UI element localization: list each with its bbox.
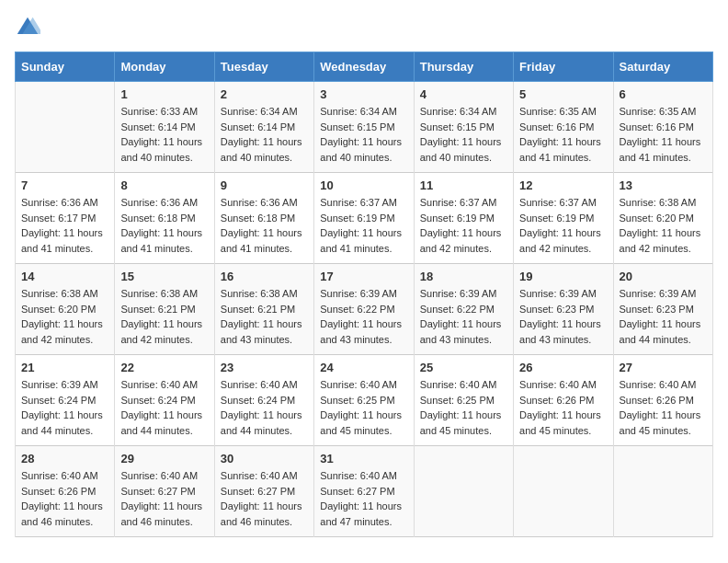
day-number: 9: [221, 178, 308, 192]
header-row: SundayMondayTuesdayWednesdayThursdayFrid…: [16, 52, 713, 82]
calendar-header: SundayMondayTuesdayWednesdayThursdayFrid…: [16, 52, 713, 82]
day-info: Sunrise: 6:36 AMSunset: 6:18 PMDaylight:…: [120, 195, 208, 256]
calendar-cell: 20Sunrise: 6:39 AMSunset: 6:23 PMDayligh…: [613, 264, 712, 355]
day-number: 25: [420, 361, 507, 374]
day-number: 30: [221, 452, 308, 465]
calendar-cell: 14Sunrise: 6:38 AMSunset: 6:20 PMDayligh…: [16, 264, 115, 355]
calendar-cell: 8Sunrise: 6:36 AMSunset: 6:18 PMDaylight…: [115, 173, 214, 264]
calendar-cell: 5Sunrise: 6:35 AMSunset: 6:16 PMDaylight…: [514, 82, 613, 173]
day-info: Sunrise: 6:39 AMSunset: 6:24 PMDaylight:…: [21, 377, 108, 438]
logo-icon: [15, 15, 40, 40]
day-number: 14: [21, 270, 108, 283]
calendar-cell: 19Sunrise: 6:39 AMSunset: 6:23 PMDayligh…: [514, 264, 613, 355]
day-number: 1: [120, 87, 208, 101]
day-info: Sunrise: 6:37 AMSunset: 6:19 PMDaylight:…: [420, 195, 507, 256]
day-info: Sunrise: 6:39 AMSunset: 6:22 PMDaylight:…: [420, 286, 507, 347]
calendar-cell: 11Sunrise: 6:37 AMSunset: 6:19 PMDayligh…: [414, 173, 513, 264]
day-number: 23: [221, 361, 308, 374]
calendar-table: SundayMondayTuesdayWednesdayThursdayFrid…: [15, 52, 713, 537]
day-info: Sunrise: 6:40 AMSunset: 6:25 PMDaylight:…: [420, 377, 507, 438]
calendar-cell: 3Sunrise: 6:34 AMSunset: 6:15 PMDaylight…: [314, 82, 414, 173]
day-info: Sunrise: 6:38 AMSunset: 6:20 PMDaylight:…: [620, 195, 707, 256]
logo: [15, 15, 44, 40]
day-info: Sunrise: 6:39 AMSunset: 6:23 PMDaylight:…: [519, 286, 607, 347]
calendar-cell: 9Sunrise: 6:36 AMSunset: 6:18 PMDaylight…: [214, 173, 313, 264]
calendar-cell: 6Sunrise: 6:35 AMSunset: 6:16 PMDaylight…: [613, 82, 712, 173]
day-number: 15: [120, 270, 208, 283]
day-number: 5: [519, 87, 607, 101]
day-number: 21: [21, 361, 108, 374]
day-number: 28: [21, 452, 108, 465]
day-number: 4: [420, 87, 507, 101]
calendar-cell: 16Sunrise: 6:38 AMSunset: 6:21 PMDayligh…: [214, 264, 313, 355]
calendar-cell: 31Sunrise: 6:40 AMSunset: 6:27 PMDayligh…: [314, 446, 414, 537]
day-number: 20: [620, 270, 707, 283]
calendar-cell: 1Sunrise: 6:33 AMSunset: 6:14 PMDaylight…: [115, 82, 214, 173]
calendar-body: 1Sunrise: 6:33 AMSunset: 6:14 PMDaylight…: [16, 82, 713, 537]
day-info: Sunrise: 6:38 AMSunset: 6:21 PMDaylight:…: [221, 286, 308, 347]
day-number: 29: [120, 452, 208, 465]
week-row-1: 1Sunrise: 6:33 AMSunset: 6:14 PMDaylight…: [16, 82, 713, 173]
day-number: 11: [420, 178, 507, 192]
calendar-cell: 12Sunrise: 6:37 AMSunset: 6:19 PMDayligh…: [514, 173, 613, 264]
day-number: 3: [320, 87, 407, 101]
calendar-cell: 15Sunrise: 6:38 AMSunset: 6:21 PMDayligh…: [115, 264, 214, 355]
calendar-cell: 18Sunrise: 6:39 AMSunset: 6:22 PMDayligh…: [414, 264, 513, 355]
day-number: 10: [320, 178, 407, 192]
day-number: 2: [221, 87, 308, 101]
calendar-cell: [514, 446, 613, 537]
day-info: Sunrise: 6:33 AMSunset: 6:14 PMDaylight:…: [120, 104, 208, 165]
day-info: Sunrise: 6:35 AMSunset: 6:16 PMDaylight:…: [519, 104, 607, 165]
calendar-cell: 13Sunrise: 6:38 AMSunset: 6:20 PMDayligh…: [613, 173, 712, 264]
calendar-cell: 10Sunrise: 6:37 AMSunset: 6:19 PMDayligh…: [314, 173, 414, 264]
day-info: Sunrise: 6:40 AMSunset: 6:25 PMDaylight:…: [320, 377, 407, 438]
day-info: Sunrise: 6:40 AMSunset: 6:24 PMDaylight:…: [120, 377, 208, 438]
calendar-cell: 2Sunrise: 6:34 AMSunset: 6:14 PMDaylight…: [214, 82, 313, 173]
day-number: 27: [620, 361, 707, 374]
day-number: 22: [120, 361, 208, 374]
day-number: 31: [320, 452, 407, 465]
day-info: Sunrise: 6:34 AMSunset: 6:15 PMDaylight:…: [420, 104, 507, 165]
day-info: Sunrise: 6:37 AMSunset: 6:19 PMDaylight:…: [320, 195, 407, 256]
day-info: Sunrise: 6:34 AMSunset: 6:15 PMDaylight:…: [320, 104, 407, 165]
day-info: Sunrise: 6:40 AMSunset: 6:24 PMDaylight:…: [221, 377, 308, 438]
header-wednesday: Wednesday: [314, 52, 414, 82]
day-number: 18: [420, 270, 507, 283]
calendar-cell: 22Sunrise: 6:40 AMSunset: 6:24 PMDayligh…: [115, 355, 214, 446]
day-number: 16: [221, 270, 308, 283]
calendar-cell: 17Sunrise: 6:39 AMSunset: 6:22 PMDayligh…: [314, 264, 414, 355]
week-row-3: 14Sunrise: 6:38 AMSunset: 6:20 PMDayligh…: [16, 264, 713, 355]
header-monday: Monday: [115, 52, 214, 82]
day-info: Sunrise: 6:38 AMSunset: 6:21 PMDaylight:…: [120, 286, 208, 347]
calendar-cell: 28Sunrise: 6:40 AMSunset: 6:26 PMDayligh…: [16, 446, 115, 537]
day-info: Sunrise: 6:40 AMSunset: 6:26 PMDaylight:…: [519, 377, 607, 438]
header-saturday: Saturday: [613, 52, 712, 82]
header-tuesday: Tuesday: [214, 52, 313, 82]
header-thursday: Thursday: [414, 52, 513, 82]
calendar-cell: [613, 446, 712, 537]
calendar-cell: 30Sunrise: 6:40 AMSunset: 6:27 PMDayligh…: [214, 446, 313, 537]
day-info: Sunrise: 6:36 AMSunset: 6:17 PMDaylight:…: [21, 195, 108, 256]
calendar-cell: 29Sunrise: 6:40 AMSunset: 6:27 PMDayligh…: [115, 446, 214, 537]
day-number: 17: [320, 270, 407, 283]
calendar-cell: 25Sunrise: 6:40 AMSunset: 6:25 PMDayligh…: [414, 355, 513, 446]
header-sunday: Sunday: [16, 52, 115, 82]
header-friday: Friday: [514, 52, 613, 82]
calendar-cell: 7Sunrise: 6:36 AMSunset: 6:17 PMDaylight…: [16, 173, 115, 264]
calendar-cell: 24Sunrise: 6:40 AMSunset: 6:25 PMDayligh…: [314, 355, 414, 446]
week-row-2: 7Sunrise: 6:36 AMSunset: 6:17 PMDaylight…: [16, 173, 713, 264]
day-info: Sunrise: 6:34 AMSunset: 6:14 PMDaylight:…: [221, 104, 308, 165]
day-number: 8: [120, 178, 208, 192]
day-info: Sunrise: 6:40 AMSunset: 6:26 PMDaylight:…: [620, 377, 707, 438]
calendar-cell: 21Sunrise: 6:39 AMSunset: 6:24 PMDayligh…: [16, 355, 115, 446]
day-number: 12: [519, 178, 607, 192]
calendar-cell: 27Sunrise: 6:40 AMSunset: 6:26 PMDayligh…: [613, 355, 712, 446]
week-row-4: 21Sunrise: 6:39 AMSunset: 6:24 PMDayligh…: [16, 355, 713, 446]
day-number: 7: [21, 178, 108, 192]
day-info: Sunrise: 6:40 AMSunset: 6:27 PMDaylight:…: [120, 468, 208, 529]
day-number: 19: [519, 270, 607, 283]
day-info: Sunrise: 6:36 AMSunset: 6:18 PMDaylight:…: [221, 195, 308, 256]
day-info: Sunrise: 6:40 AMSunset: 6:27 PMDaylight:…: [221, 468, 308, 529]
calendar-cell: 4Sunrise: 6:34 AMSunset: 6:15 PMDaylight…: [414, 82, 513, 173]
week-row-5: 28Sunrise: 6:40 AMSunset: 6:26 PMDayligh…: [16, 446, 713, 537]
